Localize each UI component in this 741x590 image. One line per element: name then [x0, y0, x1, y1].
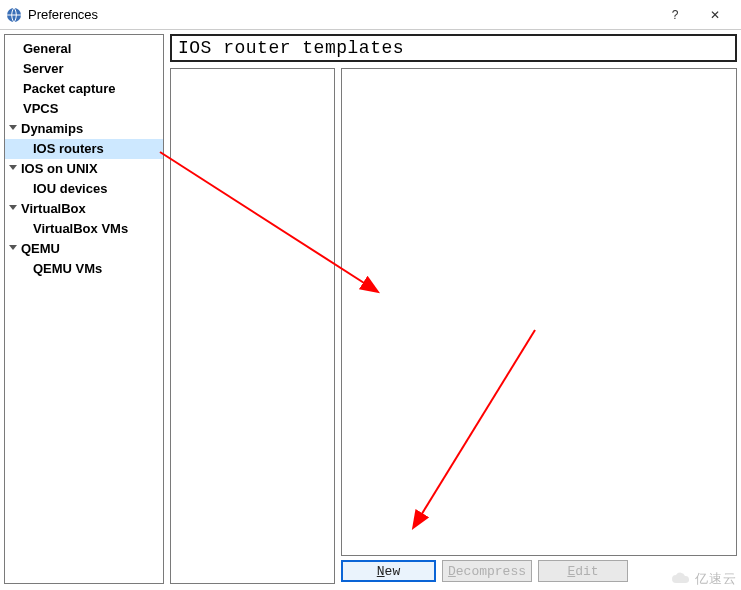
- watermark: 亿速云: [671, 570, 737, 588]
- help-button[interactable]: ?: [655, 0, 695, 30]
- sidebar-item-ios-on-unix[interactable]: IOS on UNIX: [5, 159, 163, 179]
- panels: New Decompress Edit: [170, 68, 737, 584]
- app-icon: [6, 7, 22, 23]
- page-title: IOS router templates: [170, 34, 737, 62]
- sidebar-item-general[interactable]: General: [5, 39, 163, 59]
- content-area: General Server Packet capture VPCS Dynam…: [0, 30, 741, 586]
- sidebar-item-packet-capture[interactable]: Packet capture: [5, 79, 163, 99]
- sidebar-item-iou-devices[interactable]: IOU devices: [5, 179, 163, 199]
- watermark-text: 亿速云: [695, 570, 737, 588]
- sidebar-item-dynamips[interactable]: Dynamips: [5, 119, 163, 139]
- close-button[interactable]: ✕: [695, 0, 735, 30]
- sidebar-item-virtualbox[interactable]: VirtualBox: [5, 199, 163, 219]
- sidebar-item-vpcs[interactable]: VPCS: [5, 99, 163, 119]
- edit-button[interactable]: Edit: [538, 560, 628, 582]
- window-title: Preferences: [28, 7, 655, 22]
- template-detail: [341, 68, 737, 556]
- titlebar: Preferences ? ✕: [0, 0, 741, 30]
- sidebar-item-qemu-vms[interactable]: QEMU VMs: [5, 259, 163, 279]
- sidebar-item-server[interactable]: Server: [5, 59, 163, 79]
- sidebar-tree[interactable]: General Server Packet capture VPCS Dynam…: [4, 34, 164, 584]
- sidebar-item-qemu[interactable]: QEMU: [5, 239, 163, 259]
- sidebar-item-ios-routers[interactable]: IOS routers: [5, 139, 163, 159]
- decompress-button[interactable]: Decompress: [442, 560, 532, 582]
- new-button[interactable]: New: [341, 560, 436, 582]
- detail-area: New Decompress Edit: [341, 68, 737, 584]
- sidebar-item-virtualbox-vms[interactable]: VirtualBox VMs: [5, 219, 163, 239]
- main-area: IOS router templates New Decompress Edit: [170, 34, 737, 584]
- template-list[interactable]: [170, 68, 335, 584]
